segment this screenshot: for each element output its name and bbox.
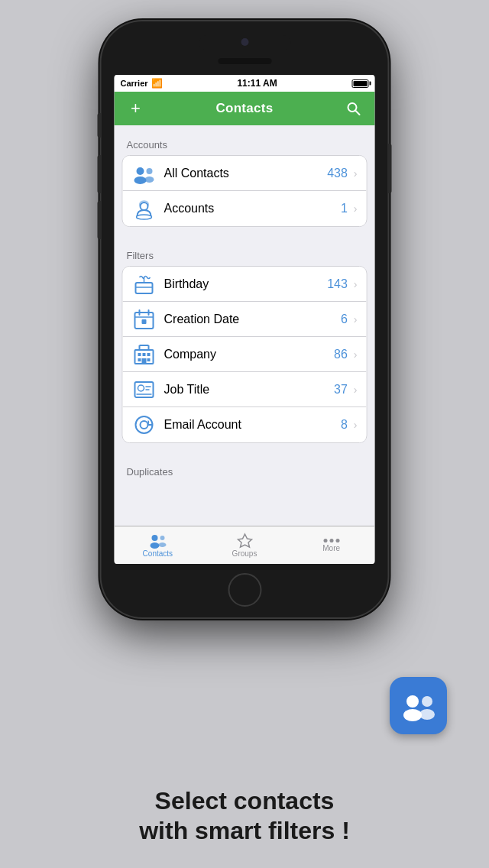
- svg-rect-15: [142, 319, 147, 324]
- tab-groups[interactable]: Groups: [201, 526, 288, 564]
- company-count: 86: [334, 348, 348, 361]
- svg-rect-8: [136, 283, 153, 293]
- svg-line-1: [355, 111, 360, 115]
- accounts-icon: [132, 196, 157, 221]
- tab-bar: Contacts Groups More: [115, 526, 375, 564]
- duplicates-section-header: Duplicates: [115, 452, 375, 482]
- accounts-chevron: ›: [354, 202, 358, 215]
- more-dots-icon: [323, 539, 339, 542]
- svg-point-5: [145, 177, 154, 183]
- phone-shell: Carrier 📶 11:11 AM + Contacts: [102, 21, 388, 617]
- svg-point-35: [150, 542, 159, 549]
- status-bar: Carrier 📶 11:11 AM: [115, 75, 375, 92]
- birthday-chevron: ›: [354, 278, 358, 290]
- contacts-tab-icon: [148, 533, 167, 548]
- carrier-label: Carrier: [121, 79, 148, 88]
- company-item[interactable]: Company 86 ›: [123, 337, 367, 372]
- creation-date-icon: [132, 307, 157, 332]
- tab-contacts[interactable]: Contacts: [115, 526, 202, 564]
- accounts-item[interactable]: Accounts 1 ›: [123, 191, 367, 226]
- job-title-count: 37: [334, 383, 348, 397]
- email-account-count: 8: [341, 418, 348, 432]
- job-title-chevron: ›: [354, 384, 358, 396]
- all-contacts-label: All Contacts: [164, 167, 328, 180]
- email-account-icon: [132, 413, 157, 437]
- contacts-tab-label: Contacts: [143, 549, 173, 558]
- svg-rect-20: [138, 358, 141, 361]
- scroll-content: Accounts All Contacts 438 ›: [115, 125, 375, 526]
- birthday-count: 143: [327, 277, 348, 291]
- groups-tab-label: Groups: [232, 549, 257, 558]
- all-contacts-icon: [132, 161, 157, 186]
- battery-fill: [353, 81, 367, 86]
- company-label: Company: [164, 348, 335, 361]
- birthday-icon: [132, 272, 157, 296]
- svg-point-32: [141, 421, 148, 429]
- filters-list-group: Birthday 143 › Crea: [122, 266, 368, 443]
- creation-date-count: 6: [341, 313, 348, 326]
- mute-button: [98, 113, 102, 138]
- creation-date-label: Creation Date: [164, 313, 341, 326]
- search-button[interactable]: [341, 96, 365, 121]
- bottom-text-line1: Select contacts: [155, 787, 335, 815]
- phone-camera: [241, 38, 248, 46]
- birthday-item[interactable]: Birthday 143 ›: [123, 267, 367, 302]
- svg-rect-22: [142, 358, 147, 364]
- accounts-section-header: Accounts: [115, 125, 375, 155]
- status-left: Carrier 📶: [121, 78, 163, 89]
- company-icon: [132, 342, 157, 367]
- status-right: [351, 79, 368, 88]
- creation-date-item[interactable]: Creation Date 6 ›: [123, 302, 367, 337]
- power-button: [388, 144, 392, 193]
- add-button[interactable]: +: [124, 96, 148, 121]
- svg-point-3: [134, 177, 147, 184]
- filters-section-header: Filters: [115, 236, 375, 266]
- all-contacts-chevron: ›: [354, 167, 358, 180]
- svg-rect-18: [143, 353, 146, 356]
- email-account-item[interactable]: Email Account 8 ›: [123, 407, 367, 442]
- tab-more[interactable]: More: [288, 526, 375, 564]
- battery-icon: [351, 79, 368, 88]
- svg-point-27: [138, 385, 144, 391]
- job-title-item[interactable]: Job Title 37 ›: [123, 372, 367, 407]
- nav-title: Contacts: [215, 101, 273, 116]
- volume-up-button: [98, 155, 102, 193]
- svg-point-34: [151, 535, 157, 541]
- more-tab-label: More: [322, 544, 340, 552]
- bottom-section: Select contacts with smart filters !: [0, 623, 489, 868]
- svg-point-4: [147, 168, 153, 174]
- all-contacts-count: 438: [327, 167, 348, 180]
- accounts-count: 1: [341, 202, 348, 215]
- job-title-label: Job Title: [164, 383, 335, 397]
- all-contacts-item[interactable]: All Contacts 438 ›: [123, 156, 367, 191]
- svg-rect-21: [147, 358, 151, 361]
- creation-date-chevron: ›: [354, 313, 358, 326]
- bottom-text-line2: with smart filters !: [139, 817, 350, 844]
- status-time: 11:11 AM: [237, 78, 277, 89]
- email-account-label: Email Account: [164, 418, 341, 432]
- svg-point-7: [137, 215, 152, 219]
- wifi-icon: 📶: [151, 78, 163, 89]
- company-chevron: ›: [354, 348, 358, 361]
- svg-rect-17: [138, 353, 141, 356]
- svg-point-36: [160, 536, 164, 540]
- svg-point-37: [158, 542, 166, 547]
- phone-screen: Carrier 📶 11:11 AM + Contacts: [115, 75, 375, 564]
- svg-point-2: [137, 167, 144, 175]
- groups-tab-icon: [236, 533, 253, 548]
- nav-bar: + Contacts: [115, 92, 375, 125]
- volume-down-button: [98, 201, 102, 239]
- bottom-text: Select contacts with smart filters !: [139, 786, 350, 845]
- home-button[interactable]: [228, 573, 261, 607]
- job-title-icon: [132, 377, 157, 402]
- phone-speaker: [218, 58, 271, 64]
- svg-point-6: [141, 202, 148, 210]
- accounts-list-group: All Contacts 438 › Accounts: [122, 155, 368, 227]
- svg-marker-38: [238, 534, 251, 547]
- birthday-label: Birthday: [164, 277, 328, 291]
- svg-rect-19: [147, 353, 151, 356]
- email-account-chevron: ›: [354, 419, 358, 431]
- accounts-label: Accounts: [164, 202, 341, 215]
